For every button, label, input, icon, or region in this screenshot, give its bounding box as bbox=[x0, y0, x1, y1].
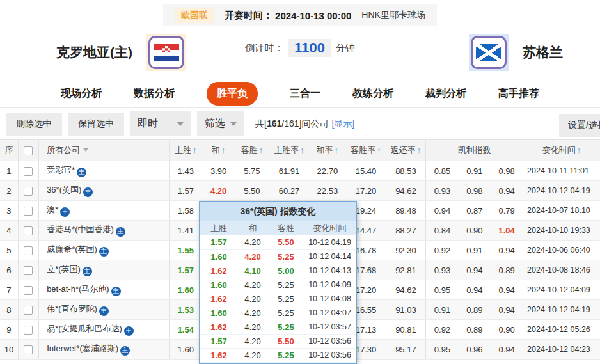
filter-dropdown-label: 筛选 bbox=[205, 117, 225, 131]
row-checkbox[interactable] bbox=[24, 266, 33, 275]
croatia-flag-icon bbox=[154, 44, 179, 61]
home-odds: 1.41 bbox=[170, 221, 202, 241]
nav-tab[interactable]: 数据分析 bbox=[134, 87, 175, 100]
away-flag-tile bbox=[469, 34, 509, 71]
home-odds: 1.53 bbox=[170, 300, 202, 320]
company-name[interactable]: Interwet*(塞浦路斯) bbox=[47, 344, 118, 353]
nav-tab[interactable]: 现场分析 bbox=[61, 87, 102, 100]
row-index: 6 bbox=[0, 260, 18, 280]
host-badge-icon: 主 bbox=[120, 346, 130, 356]
nav-tab[interactable]: 胜平负 bbox=[207, 82, 258, 106]
row-checkbox-cell bbox=[18, 300, 38, 320]
company-name[interactable]: 36*(英国) bbox=[47, 185, 81, 194]
change-time: 2024-10-10 19:33 bbox=[523, 221, 600, 241]
header-draw-rate[interactable]: 和率↑ bbox=[309, 140, 346, 161]
return-rate: 88.27 bbox=[386, 221, 426, 241]
popup-header-draw: 和 bbox=[237, 221, 268, 235]
header-home-odds[interactable]: 主胜↑ bbox=[170, 140, 202, 161]
kelly-away: 1.04 bbox=[491, 221, 523, 241]
row-checkbox[interactable] bbox=[24, 286, 33, 295]
company-name[interactable]: 立*(英国) bbox=[47, 264, 81, 274]
company-name[interactable]: 香港马*(中国香港) bbox=[47, 225, 114, 234]
header-return-rate[interactable]: 返还率↑ bbox=[386, 140, 426, 161]
nav-tab[interactable]: 教练分析 bbox=[352, 87, 393, 100]
popup-change-time: 10-12 04:07 bbox=[304, 306, 356, 320]
popup-home-odds: 1.57 bbox=[200, 334, 237, 348]
popup-home-odds: 1.60 bbox=[200, 278, 237, 292]
row-checkbox-cell bbox=[18, 221, 38, 241]
kelly-home: 0.92 bbox=[426, 320, 459, 340]
table-header-row: 序 所有公司 主胜↑ 和↑ 客胜↑ 主胜率↑ 和率↑ 客胜率↑ 返还率↑ 凯利指… bbox=[0, 140, 600, 161]
kelly-draw: 0.91 bbox=[459, 241, 491, 260]
instant-dropdown[interactable]: 即时 bbox=[130, 111, 191, 136]
popup-draw-odds: 4.20 bbox=[237, 235, 268, 249]
row-checkbox[interactable] bbox=[24, 246, 33, 255]
draw-odds: 3.90 bbox=[201, 161, 235, 181]
popup-away-odds: 5.25 bbox=[268, 348, 304, 362]
filter-dropdown[interactable]: 筛选 bbox=[197, 111, 244, 136]
popup-change-time: 10-12 04:09 bbox=[304, 278, 356, 292]
settings-select-button[interactable]: 设置/选择 bbox=[559, 114, 600, 137]
row-checkbox[interactable] bbox=[24, 167, 33, 176]
home-odds: 1.57 bbox=[170, 260, 202, 280]
select-all-checkbox[interactable] bbox=[24, 146, 33, 155]
row-checkbox-cell bbox=[18, 280, 38, 300]
row-checkbox-cell bbox=[18, 320, 38, 340]
chevron-down-icon bbox=[230, 122, 237, 126]
company-name[interactable]: 易*(安提瓜和巴布达) bbox=[47, 324, 122, 333]
popup-header-time: 变化时间 bbox=[304, 221, 356, 235]
sort-up-icon: ↑ bbox=[577, 145, 581, 155]
nav-tab[interactable]: 高手推荐 bbox=[498, 87, 539, 100]
header-change-time[interactable]: 变化时间↑ bbox=[523, 140, 600, 161]
popup-away-odds: 5.50 bbox=[268, 334, 304, 348]
host-badge-icon: 主 bbox=[60, 207, 70, 217]
nav-tab[interactable]: 裁判分析 bbox=[425, 87, 466, 100]
home-odds: 1.60 bbox=[170, 340, 202, 360]
row-checkbox[interactable] bbox=[24, 207, 33, 216]
keep-selected-button[interactable]: 保留选中 bbox=[68, 113, 124, 136]
host-badge-icon: 主 bbox=[116, 227, 125, 237]
row-checkbox[interactable] bbox=[24, 226, 33, 235]
company-name[interactable]: 威廉希*(英国) bbox=[47, 244, 97, 254]
filter-caret-icon bbox=[83, 148, 88, 152]
show-link[interactable]: [显示] bbox=[331, 118, 354, 129]
host-badge-icon: 主 bbox=[77, 168, 86, 177]
header-away-rate[interactable]: 客胜率↑ bbox=[346, 140, 386, 161]
kelly-away: 0.79 bbox=[491, 201, 523, 221]
header-home-rate[interactable]: 主胜率↑ bbox=[269, 140, 309, 161]
company-cell: 竞彩官*主 bbox=[39, 161, 170, 181]
change-time: 2024-10-12 04:23 bbox=[523, 340, 600, 360]
company-name[interactable]: 澳* bbox=[47, 205, 58, 214]
kelly-away: 0.89 bbox=[491, 260, 523, 280]
row-index: 8 bbox=[0, 300, 18, 320]
home-team-group: 克罗地亚(主) bbox=[56, 34, 186, 71]
sort-up-icon: ↑ bbox=[193, 145, 197, 155]
kelly-away: 0.98 bbox=[491, 161, 523, 181]
kelly-draw: 0.94 bbox=[459, 260, 491, 280]
header-draw-odds[interactable]: 和↑ bbox=[201, 140, 235, 161]
nav-tab[interactable]: 三合一 bbox=[290, 87, 320, 100]
home-win-rate: 61.91 bbox=[269, 161, 309, 181]
company-name[interactable]: 竞彩官* bbox=[47, 165, 75, 175]
row-checkbox[interactable] bbox=[24, 326, 33, 335]
row-checkbox[interactable] bbox=[24, 187, 33, 196]
row-checkbox[interactable] bbox=[24, 345, 33, 354]
company-cell: 易*(安提瓜和巴布达)主 bbox=[39, 320, 170, 340]
popup-away-odds: 5.25 bbox=[268, 292, 304, 306]
company-name[interactable]: bet-at-h*(马尔他) bbox=[47, 284, 109, 294]
away-team-name: 苏格兰 bbox=[523, 44, 563, 61]
popup-home-odds: 1.57 bbox=[200, 235, 237, 249]
company-name[interactable]: 伟*(直布罗陀) bbox=[47, 304, 97, 313]
company-cell: 澳*主 bbox=[39, 201, 170, 221]
row-checkbox[interactable] bbox=[24, 306, 33, 315]
match-info-strip: 欧国联 开赛时间： 2024-10-13 00:00 HNK里耶卡球场 bbox=[163, 4, 437, 26]
kelly-draw: 0.98 bbox=[459, 181, 491, 201]
header-away-odds[interactable]: 客胜↑ bbox=[235, 140, 269, 161]
top-bar: 欧国联 开赛时间： 2024-10-13 00:00 HNK里耶卡球场 bbox=[0, 0, 600, 24]
popup-away-odds: 5.25 bbox=[268, 306, 304, 320]
row-index: 1 bbox=[0, 161, 18, 181]
header-company[interactable]: 所有公司 bbox=[39, 140, 170, 161]
popup-title: 36*(英国) 指数变化 bbox=[200, 202, 356, 221]
kelly-away: 0.94 bbox=[491, 280, 523, 300]
delete-selected-button[interactable]: 删除选中 bbox=[6, 113, 62, 136]
